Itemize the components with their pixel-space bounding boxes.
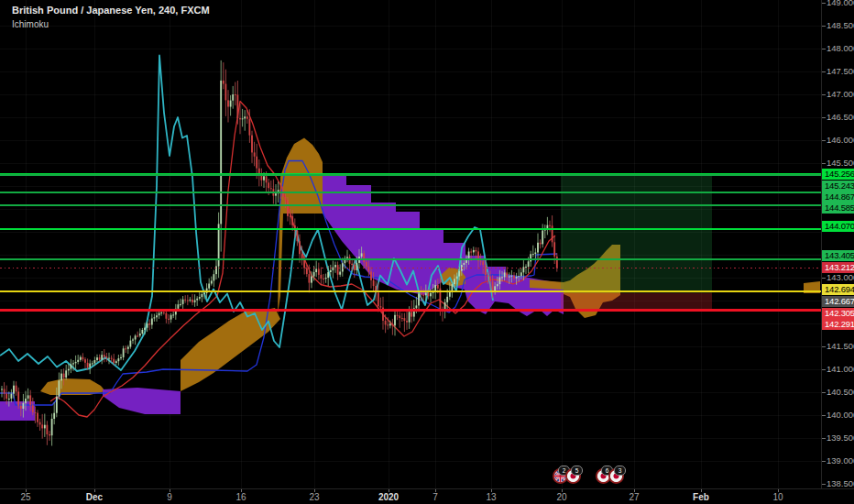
candle-up [232,94,234,101]
price-level-label: 142.694 [822,284,854,295]
candle-down [556,257,558,268]
candle-up [434,285,436,291]
price-axis-label: 141.000 [827,365,854,374]
candle-down [387,324,389,325]
price-axis[interactable]: 149.000148.500148.000147.500147.000146.5… [821,0,854,488]
candle-up [182,300,184,304]
candle-up [92,363,93,364]
event-count-badge: 5 [571,466,583,476]
candle-down [303,259,305,268]
candle-down [32,405,34,412]
candle-down [113,359,115,363]
candle-down [16,386,17,392]
candle-up [325,278,327,279]
candle-down [380,306,382,308]
candle-down [63,374,65,378]
candle-up [356,263,358,270]
candle-up [315,269,317,273]
candle-up [194,301,196,302]
time-axis-label: Dec [86,492,103,502]
time-axis-label: 25 [20,492,30,502]
candle-down [553,242,555,257]
symbol-header[interactable]: British Pound / Japanese Yen, 240, FXCM … [12,5,210,30]
candle-down [366,262,367,267]
time-axis-label: 23 [309,492,319,502]
candle-down [363,253,365,262]
price-level-label: 143.212 [822,262,854,273]
event-flag-jp-icon[interactable]: 3 [608,468,624,484]
price-axis-label: 139.500 [827,433,854,443]
candle-up [132,340,134,341]
candle-up [494,286,496,291]
candle-up [89,364,91,367]
candle-up [409,312,411,322]
candle-up [511,276,513,277]
event-marker-group[interactable]: 25 [555,468,581,485]
candle-up [127,347,129,349]
time-axis-label: 27 [629,492,639,502]
candle-down [422,295,424,296]
candle-down [397,315,399,316]
candle-up [118,358,120,361]
candle-down [99,357,101,359]
candle-down [37,413,38,422]
candle-up [80,357,82,360]
candle-down [437,285,439,289]
candle-up [23,403,25,409]
event-marker-group[interactable]: 63 [598,468,624,485]
candle-up [211,280,213,283]
candle-up [346,257,348,257]
candle-up [144,328,146,330]
candle-down [239,118,241,119]
candle-up [130,341,132,347]
price-level-label: 142.305 [822,308,854,319]
candle-up [44,425,46,429]
candle-down [111,358,113,359]
candle-down [4,389,5,394]
event-flag-jp-icon[interactable]: 5 [565,468,581,484]
time-axis[interactable]: 25Dec9162320207132027Feb10 [0,488,854,504]
candle-down [106,356,108,358]
candle-up [214,274,215,280]
candle-down [378,292,379,306]
position-loss-zone [561,293,712,311]
candle-down [5,394,7,400]
chart-pane[interactable] [0,0,821,488]
candle-up [196,299,198,301]
candle-down [291,216,293,225]
price-axis-label: 148.000 [827,44,854,53]
candle-down [480,261,482,262]
candle-up [215,267,217,275]
candle-up [170,315,172,320]
candle-up [202,294,203,297]
candle-up [501,277,503,278]
candle-down [49,434,50,435]
candle-down [223,81,224,84]
candle-down [321,275,323,279]
candle-down [20,406,22,409]
candle-up [275,193,277,195]
price-level-label: 143.405 [822,250,854,261]
candle-up [311,277,312,283]
candle-down [251,136,253,153]
candle-down [487,275,489,277]
chart-canvas[interactable] [0,0,821,488]
candle-down [318,269,320,275]
candle-down [246,116,248,119]
candle-up [499,278,501,285]
candle-down [266,176,268,182]
candle-up [180,304,181,305]
indicator-label[interactable]: Ichimoku [12,18,210,30]
price-level-label: 142.667 [822,296,854,307]
candle-down [137,335,138,336]
candle-up [330,270,332,272]
candle-up [535,253,537,255]
price-axis-label: 140.000 [827,411,854,420]
symbol-title[interactable]: British Pound / Japanese Yen, 240, FXCM [12,5,210,16]
price-axis-label: 147.000 [827,90,854,99]
candle-down [256,157,257,169]
candle-up [151,319,153,325]
candle-up [473,250,475,253]
candle-up [430,293,432,297]
candle-down [163,312,165,313]
